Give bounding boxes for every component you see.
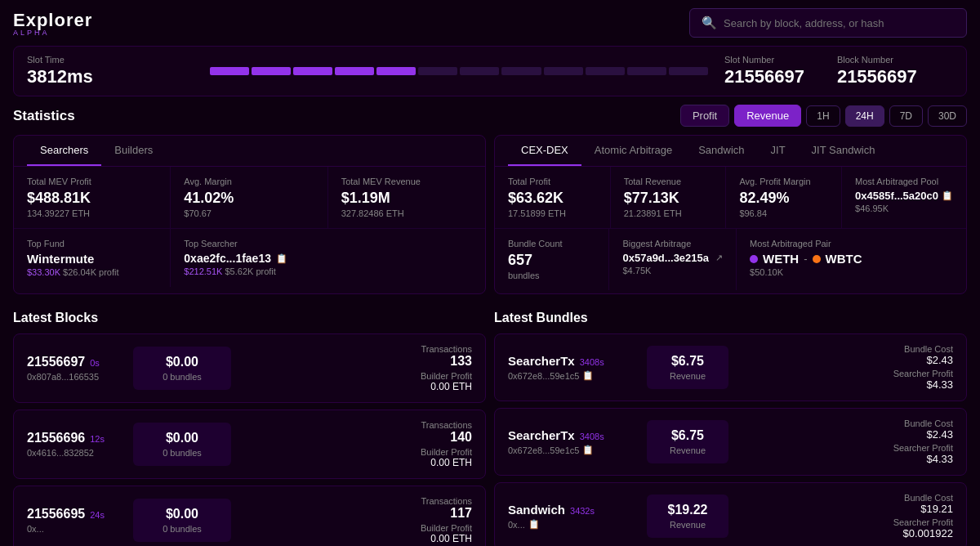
slot-number-label: Slot Number	[724, 55, 804, 65]
bundle-cost-val-1: $2.43	[893, 354, 953, 366]
avg-profit-margin-sub: $96.84	[739, 208, 828, 218]
avg-profit-margin-value: 82.49%	[739, 190, 828, 207]
block-profit-val-1: 0.00 ETH	[421, 381, 472, 392]
time-30d-button[interactable]: 30D	[928, 105, 967, 127]
bundle-searcher-name-2[interactable]: SearcherTx	[508, 428, 575, 442]
tab-sandwich[interactable]: Sandwich	[685, 136, 757, 166]
bundle-copy-icon-3[interactable]: 📋	[528, 519, 540, 530]
most-arb-pool-copy-icon[interactable]: 📋	[942, 190, 953, 201]
block-card: 21556696 12s 0x4616...832852 $0.00 0 bun…	[13, 410, 486, 479]
block-profit-label-1: Builder Profit	[421, 371, 472, 381]
total-revenue-label: Total Revenue	[624, 177, 713, 186]
block-tx-label-3: Transactions	[421, 496, 472, 506]
time-1h-button[interactable]: 1H	[806, 105, 840, 127]
bundle-amount-3: $19.22	[662, 503, 714, 517]
search-bar[interactable]: 🔍	[689, 8, 967, 38]
bundle-time-1: 3408s	[580, 357, 604, 367]
block-time-2: 12s	[90, 434, 105, 444]
block-time-3: 24s	[90, 510, 105, 520]
bundle-profit-val-2: $4.33	[893, 453, 953, 465]
bundle-amount-box-1: $6.75 Revenue	[647, 346, 728, 389]
searchers-top-grid: Total MEV Profit $488.81K 134.39227 ETH …	[14, 167, 485, 229]
block-tx-section-3: Transactions 117 Builder Profit 0.00 ETH	[421, 496, 472, 544]
block-id-3[interactable]: 21556695	[27, 507, 85, 521]
bundle-copy-icon-2[interactable]: 📋	[582, 445, 594, 455]
weth-dot	[750, 255, 758, 263]
bundle-time-3: 3432s	[570, 506, 595, 516]
bundle-hash-3: 0x... 📋	[508, 519, 639, 530]
progress-segment-7	[501, 67, 541, 75]
block-id-section-2: 21556696 12s 0x4616...832852	[27, 431, 125, 458]
tab-jit[interactable]: JIT	[758, 136, 799, 166]
block-hash-3: 0x...	[27, 524, 125, 534]
progress-segment-1	[252, 67, 291, 75]
top-searcher-copy-icon[interactable]: 📋	[276, 253, 287, 264]
total-mev-profit-value: $488.81K	[27, 190, 157, 207]
bundle-copy-icon-1[interactable]: 📋	[582, 370, 594, 381]
top-fund-cell: Top Fund Wintermute $33.30K $26.04K prof…	[14, 229, 171, 287]
bundle-count-cell: Bundle Count 657 bundles	[495, 229, 609, 290]
tab-cex-dex[interactable]: CEX-DEX	[508, 136, 581, 166]
progress-segment-10	[627, 67, 666, 75]
stats-columns: Searchers Builders Total MEV Profit $488…	[13, 135, 967, 294]
profit-toggle-button[interactable]: Profit	[680, 105, 729, 127]
bundle-amount-box-2: $6.75 Revenue	[647, 420, 728, 463]
tab-searchers[interactable]: Searchers	[27, 136, 101, 166]
biggest-arb-value: 0x57a9d...3e215a	[622, 252, 709, 264]
avg-profit-margin-cell: Avg. Profit Margin 82.49% $96.84	[726, 167, 842, 228]
bundle-searcher-name-1[interactable]: SearcherTx	[508, 354, 575, 368]
block-tx-count-2: 140	[421, 430, 472, 445]
bundle-revenue-1: Revenue	[662, 371, 714, 381]
wbtc-dot	[813, 255, 821, 263]
time-7d-button[interactable]: 7D	[889, 105, 923, 127]
block-amount-1: $0.00	[148, 355, 216, 369]
biggest-arb-ext-icon[interactable]: ↗	[715, 253, 723, 263]
block-tx-section-2: Transactions 140 Builder Profit 0.00 ETH	[421, 420, 472, 468]
cex-dex-tabs: CEX-DEX Atomic Arbitrage Sandwich JIT JI…	[495, 136, 966, 167]
bundle-cost-label-3: Bundle Cost	[893, 493, 953, 503]
total-revenue-value: $77.13K	[624, 190, 713, 207]
avg-margin-label: Avg. Margin	[184, 177, 314, 186]
progress-segment-5	[418, 67, 457, 75]
latest-blocks-title: Latest Blocks	[13, 311, 486, 325]
revenue-toggle-button[interactable]: Revenue	[734, 105, 801, 127]
bundle-count-value: 657	[508, 252, 595, 269]
block-tx-section-1: Transactions 133 Builder Profit 0.00 ETH	[421, 344, 472, 392]
total-mev-revenue-label: Total MEV Revenue	[341, 177, 472, 186]
slot-bar: Slot Time 3812ms Slot Number 21556697 Bl…	[13, 46, 967, 96]
block-tx-label-1: Transactions	[421, 344, 472, 354]
bundle-card: Sandwich 3432s 0x... 📋 $19.22 Revenue Bu…	[494, 482, 967, 546]
toggle-group: Profit Revenue 1H 24H 7D 30D	[680, 105, 967, 127]
slot-number-item: Slot Number 21556697	[724, 55, 804, 87]
bundle-cost-label-2: Bundle Cost	[893, 418, 953, 428]
progress-segment-8	[544, 67, 583, 75]
search-input[interactable]	[724, 17, 955, 29]
bundle-searcher-name-3[interactable]: Sandwich	[508, 503, 565, 517]
biggest-arb-sub: $4.75K	[622, 266, 723, 275]
block-number-item: Block Number 21556697	[837, 55, 917, 87]
slot-time-section: Slot Time 3812ms	[27, 55, 194, 87]
time-24h-button[interactable]: 24H	[845, 105, 884, 127]
statistics-header: Statistics Profit Revenue 1H 24H 7D 30D	[13, 105, 967, 127]
top-fund-sub: $33.30K $26.04K profit	[27, 267, 157, 277]
total-profit-sub: 17.51899 ETH	[508, 208, 597, 218]
block-number-label: Block Number	[837, 55, 917, 65]
tab-builders[interactable]: Builders	[101, 136, 166, 166]
block-time-1: 0s	[90, 358, 100, 368]
most-arb-pair-label: Most Arbitraged Pair	[750, 239, 953, 248]
pair-separator: -	[804, 253, 807, 265]
block-id-2[interactable]: 21556696	[27, 431, 85, 445]
bundle-searcher-section-1: SearcherTx 3408s 0x672e8...59e1c5 📋	[508, 354, 639, 381]
tab-jit-sandwich[interactable]: JIT Sandwich	[799, 136, 889, 166]
block-amount-3: $0.00	[148, 507, 216, 521]
logo-alpha: ALPHA	[13, 29, 92, 37]
total-mev-revenue-sub: 327.82486 ETH	[341, 208, 472, 218]
block-profit-label-3: Builder Profit	[421, 523, 472, 533]
block-amount-box-2: $0.00 0 bundles	[133, 423, 231, 466]
latest-bundles-col: Latest Bundles SearcherTx 3408s 0x672e8.…	[494, 311, 967, 546]
latest-blocks-col: Latest Blocks 21556697 0s 0x807a8...1665…	[13, 311, 486, 546]
block-id-1[interactable]: 21556697	[27, 355, 85, 369]
tab-atomic-arbitrage[interactable]: Atomic Arbitrage	[581, 136, 685, 166]
block-hash-1: 0x807a8...166535	[27, 372, 125, 382]
bundle-count-label: Bundle Count	[508, 239, 595, 248]
